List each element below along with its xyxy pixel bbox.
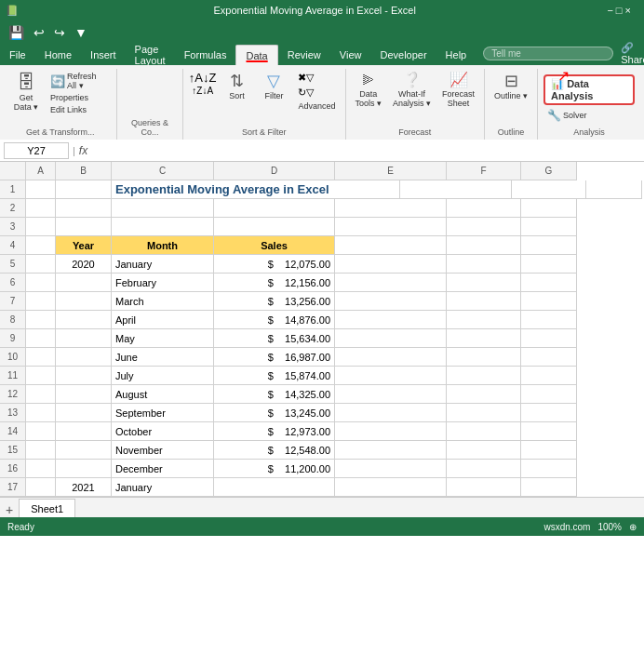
cell-e1[interactable] — [400, 180, 512, 199]
cell-d5[interactable]: $ 12,075.00 — [214, 255, 335, 274]
col-header-b[interactable]: B — [56, 162, 112, 180]
filter-btn[interactable]: ▽ Filter — [257, 71, 290, 102]
cell-f8[interactable] — [447, 311, 521, 329]
cell-b3[interactable] — [56, 218, 112, 236]
cell-f9[interactable] — [447, 329, 521, 348]
cell-a2[interactable] — [26, 199, 56, 218]
refresh-btn[interactable]: 🔄 Refresh All ▾ — [47, 71, 111, 91]
cell-g12[interactable] — [521, 385, 577, 404]
cell-c14[interactable]: October — [112, 422, 214, 441]
text-columns-btn[interactable]: ⫸ DataTools ▾ — [352, 71, 386, 110]
cell-a16[interactable] — [26, 460, 56, 478]
cell-a17[interactable] — [26, 478, 56, 497]
cell-a5[interactable] — [26, 255, 56, 274]
cell-c7[interactable]: March — [112, 292, 214, 311]
cell-c17[interactable]: January — [112, 478, 214, 497]
cell-d12[interactable]: $ 14,325.00 — [214, 385, 335, 404]
tab-home[interactable]: Home — [35, 45, 81, 65]
col-header-f[interactable]: F — [447, 162, 521, 180]
cell-e8[interactable] — [335, 311, 447, 329]
cell-b10[interactable] — [56, 348, 112, 367]
solver-btn[interactable]: 🔧 Solver — [543, 108, 591, 123]
cell-a14[interactable] — [26, 422, 56, 441]
cell-a10[interactable] — [26, 348, 56, 367]
cell-f6[interactable] — [447, 274, 521, 292]
cell-g5[interactable] — [521, 255, 577, 274]
cell-g13[interactable] — [521, 404, 577, 422]
cell-b11[interactable] — [56, 367, 112, 385]
edit-links-btn[interactable]: Edit Links — [47, 104, 111, 115]
tab-formulas[interactable]: Formulas — [175, 45, 236, 65]
cell-g11[interactable] — [521, 367, 577, 385]
clear-btn[interactable]: ✖▽ — [294, 71, 339, 85]
cell-d6[interactable]: $ 12,156.00 — [214, 274, 335, 292]
cell-c12[interactable]: August — [112, 385, 214, 404]
properties-btn[interactable]: Properties — [47, 92, 111, 103]
cell-b16[interactable] — [56, 460, 112, 478]
cell-a1[interactable] — [26, 180, 56, 199]
cell-c2[interactable] — [112, 199, 214, 218]
cell-d9[interactable]: $ 15,634.00 — [214, 329, 335, 348]
tab-review[interactable]: Review — [278, 45, 330, 65]
cell-b8[interactable] — [56, 311, 112, 329]
cell-c1[interactable]: Exponential Moving Average in Excel — [112, 180, 391, 199]
cell-a7[interactable] — [26, 292, 56, 311]
cell-d17[interactable] — [214, 478, 335, 497]
cell-d4[interactable]: Sales — [214, 236, 335, 255]
undo-icon[interactable]: ↩ — [31, 23, 47, 42]
advanced-btn[interactable]: Advanced — [294, 100, 339, 112]
cell-g7[interactable] — [521, 292, 577, 311]
cell-c6[interactable]: February — [112, 274, 214, 292]
tab-help[interactable]: Help — [436, 45, 476, 65]
outline-btn[interactable]: ⊟ Outline ▾ — [490, 71, 531, 102]
tab-pagelayout[interactable]: Page Layout — [126, 45, 175, 65]
cell-d15[interactable]: $ 12,548.00 — [214, 441, 335, 460]
cell-b4[interactable]: Year — [56, 236, 112, 255]
col-header-c[interactable]: C — [112, 162, 214, 180]
cell-e17[interactable] — [335, 478, 447, 497]
tab-file[interactable]: File — [0, 45, 35, 65]
tab-view[interactable]: View — [330, 45, 371, 65]
cell-b14[interactable] — [56, 422, 112, 441]
cell-a3[interactable] — [26, 218, 56, 236]
cell-g15[interactable] — [521, 441, 577, 460]
cell-e13[interactable] — [335, 404, 447, 422]
data-analysis-btn[interactable]: 📊 Data Analysis — [543, 74, 635, 105]
dropdown-icon[interactable]: ▼ — [72, 23, 90, 42]
cell-f11[interactable] — [447, 367, 521, 385]
cell-g6[interactable] — [521, 274, 577, 292]
cell-a4[interactable] — [26, 236, 56, 255]
cell-d10[interactable]: $ 16,987.00 — [214, 348, 335, 367]
cell-f5[interactable] — [447, 255, 521, 274]
cell-f2[interactable] — [447, 199, 521, 218]
cell-g9[interactable] — [521, 329, 577, 348]
cell-c16[interactable]: December — [112, 460, 214, 478]
cell-e16[interactable] — [335, 460, 447, 478]
get-data-btn[interactable]: 🗄 GetData ▾ — [9, 71, 43, 113]
cell-g1[interactable] — [586, 180, 642, 199]
cell-g3[interactable] — [521, 218, 577, 236]
cell-e12[interactable] — [335, 385, 447, 404]
cell-e10[interactable] — [335, 348, 447, 367]
cell-e15[interactable] — [335, 441, 447, 460]
tab-data[interactable]: Data — [235, 45, 277, 65]
cell-a6[interactable] — [26, 274, 56, 292]
cell-g14[interactable] — [521, 422, 577, 441]
tab-developer[interactable]: Developer — [370, 45, 436, 65]
cell-f16[interactable] — [447, 460, 521, 478]
cell-f15[interactable] — [447, 441, 521, 460]
sort-btn[interactable]: ⇅ Sort — [220, 71, 253, 102]
cell-e11[interactable] — [335, 367, 447, 385]
cell-a12[interactable] — [26, 385, 56, 404]
cell-a8[interactable] — [26, 311, 56, 329]
cell-a15[interactable] — [26, 441, 56, 460]
cell-g4[interactable] — [521, 236, 577, 255]
reapply-btn[interactable]: ↻▽ — [294, 86, 339, 100]
sheet-tab-1[interactable]: Sheet1 — [19, 499, 75, 517]
formula-input[interactable] — [91, 142, 640, 159]
cell-b13[interactable] — [56, 404, 112, 422]
cell-d11[interactable]: $ 15,874.00 — [214, 367, 335, 385]
cell-d8[interactable]: $ 14,876.00 — [214, 311, 335, 329]
cell-b1[interactable] — [56, 180, 112, 199]
cell-c8[interactable]: April — [112, 311, 214, 329]
